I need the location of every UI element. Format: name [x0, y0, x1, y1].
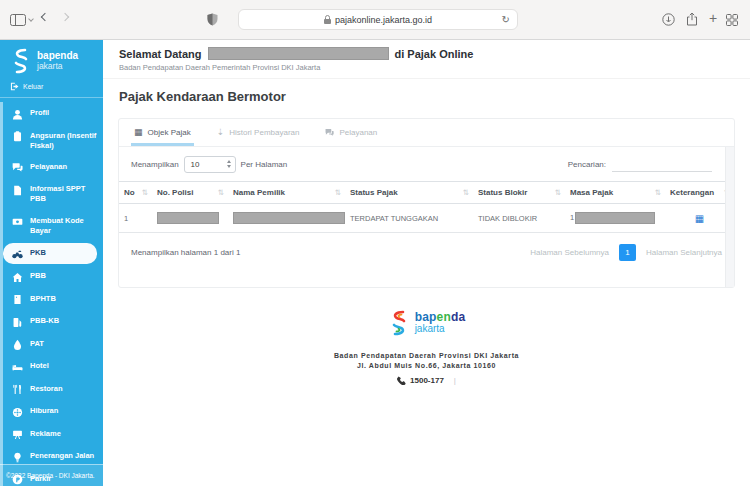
vehicle-table: No⇅ No. Polisi⇅ Nama Pemilik⇅ Status Paj…: [119, 181, 734, 233]
header-masa-pajak[interactable]: Masa Pajak⇅: [565, 182, 665, 204]
pagination-next[interactable]: Halaman Selanjutnya: [646, 248, 722, 257]
browser-toolbar: pajakonline.jakarta.go.id ↻ +: [0, 0, 750, 40]
sidebar-item-informasi-sppt-pbb[interactable]: Informasi SPPT PBB: [0, 179, 103, 209]
sidebar-item-label: Membuat Kode Bayar: [30, 216, 97, 236]
clipboard-icon: [12, 131, 23, 142]
downloads-button[interactable]: [662, 13, 675, 26]
forward-button[interactable]: [62, 14, 68, 20]
tab-label: Objek Pajak: [148, 128, 191, 137]
sidebar-item-restoran[interactable]: Restoran: [0, 379, 103, 401]
screen: pajakonline.jakarta.go.id ↻ + bapenda: [0, 0, 750, 500]
footer-phone: 1500-177 |: [103, 376, 750, 385]
cell-nama-pemilik: [228, 204, 345, 233]
sort-icon: ⇅: [555, 188, 561, 197]
document-icon: [12, 185, 23, 196]
cell-no-polisi: [152, 204, 228, 233]
sidebar-item-label: PKB: [30, 248, 46, 258]
cell-keterangan: ▦: [665, 204, 734, 233]
footer-address: Jl. Abdul Muis No.66, Jakarta 10160: [103, 362, 750, 369]
sort-icon: ⇅: [463, 188, 469, 197]
sidebar-item-label: Pelayanan: [30, 162, 67, 172]
detail-table-icon[interactable]: ▦: [695, 213, 704, 224]
bapenda-logo-icon: [10, 48, 32, 74]
sidebar-item-label: Hiburan: [30, 406, 58, 416]
per-page-prefix: Menampilkan: [131, 160, 179, 169]
sidebar-item-label: Hotel: [30, 361, 49, 371]
table-header-row: No⇅ No. Polisi⇅ Nama Pemilik⇅ Status Paj…: [119, 182, 734, 204]
chevron-down-icon: [28, 16, 34, 22]
sidebar-item-pbb-kb[interactable]: PBB-KB: [0, 311, 103, 333]
sidebar-item-angsuran[interactable]: Angsuran (Insentif Fiskal): [0, 126, 103, 156]
tab-objek-pajak[interactable]: ▦ Objek Pajak: [131, 119, 194, 146]
header-status-pajak[interactable]: Status Pajak⇅: [345, 182, 473, 204]
sidebar-item-bphtb[interactable]: BPHTB: [0, 289, 103, 311]
tab-histori-pembayaran[interactable]: ⇣ Histori Pembayaran: [214, 119, 303, 146]
tab-pelayanan[interactable]: Pelayanan: [322, 119, 380, 146]
per-page-select[interactable]: 10: [184, 156, 236, 173]
sidebar-item-profil[interactable]: Profil: [0, 103, 103, 125]
bed-icon: [12, 362, 23, 373]
footer-separator: |: [454, 376, 456, 385]
share-button[interactable]: [686, 12, 698, 26]
per-page-control: Menampilkan 10 Per Halaman: [131, 156, 287, 173]
sidebar-item-hotel[interactable]: Hotel: [0, 356, 103, 378]
main-content: Selamat Datang di Pajak Online Badan Pen…: [103, 40, 750, 500]
privacy-shield-button[interactable]: [207, 13, 218, 26]
sidebar-item-pelayanan[interactable]: Pelayanan: [0, 157, 103, 179]
sidebar-item-reklame[interactable]: Reklame: [0, 424, 103, 446]
content-card: ▦ Objek Pajak ⇣ Histori Pembayaran Pelay…: [118, 118, 735, 288]
sidebar-header: bapenda jakarta Keluar: [0, 40, 103, 98]
back-button[interactable]: [42, 14, 48, 20]
shield-icon: [207, 13, 218, 26]
redacted-masa-pajak: [575, 212, 655, 224]
pagination-prev[interactable]: Halaman Sebelumnya: [530, 248, 609, 257]
table-controls: Menampilkan 10 Per Halaman Pencarian:: [119, 147, 734, 181]
cell-status-blokir: TIDAK DIBLOKIR: [473, 204, 565, 233]
sidebar: bapenda jakarta Keluar Profil Angsuran (…: [0, 40, 103, 486]
pagination-current[interactable]: 1: [619, 244, 636, 261]
sidebar-item-pbb[interactable]: PBB: [0, 266, 103, 288]
phone-number[interactable]: 1500-177: [410, 376, 444, 385]
sidebar-item-pat[interactable]: PAT: [0, 334, 103, 356]
home-icon: [12, 272, 23, 283]
new-tab-button[interactable]: +: [709, 10, 717, 26]
sidebar-item-membuat-kode-bayar[interactable]: Membuat Kode Bayar: [0, 211, 103, 241]
history-download-icon: ⇣: [217, 127, 225, 137]
header-keterangan[interactable]: Keterangan⇅: [665, 182, 734, 204]
sort-icon: ⇅: [142, 188, 148, 197]
sort-icon: ⇅: [218, 188, 224, 197]
tab-overview-button[interactable]: [726, 14, 738, 26]
share-icon: [686, 12, 698, 26]
address-bar[interactable]: pajakonline.jakarta.go.id ↻: [238, 9, 518, 30]
sidebar-toggle-button[interactable]: [10, 14, 33, 26]
header-no[interactable]: No⇅: [119, 182, 152, 204]
motorcycle-icon: [12, 248, 23, 259]
sidebar-scroll-track[interactable]: [0, 102, 3, 486]
tab-bar: ▦ Objek Pajak ⇣ Histori Pembayaran Pelay…: [119, 119, 734, 147]
sidebar-brand: bapenda jakarta: [10, 48, 95, 74]
search-label: Pencarian:: [568, 160, 606, 169]
search-input[interactable]: [612, 158, 712, 172]
footer-logo: bapenda jakarta: [388, 310, 466, 336]
tab-grid-icon: [726, 14, 738, 26]
reload-button[interactable]: ↻: [502, 14, 510, 25]
cell-no: 1: [119, 204, 152, 233]
user-icon: [12, 109, 23, 120]
table-row: 1 TERDAPAT TUNGGAKAN TIDAK DIBLOKIR 1 ▦: [119, 204, 734, 233]
sort-icon: ⇅: [655, 188, 661, 197]
footer-org: Badan Pendapatan Daerah Provinsi DKI Jak…: [103, 352, 750, 359]
org-subtitle: Badan Pendapatan Daerah Pemerintah Provi…: [119, 63, 734, 72]
sidebar-item-pkb[interactable]: PKB: [3, 243, 97, 265]
header-no-polisi[interactable]: No. Polisi⇅: [152, 182, 228, 204]
sidebar-item-hiburan[interactable]: Hiburan: [0, 401, 103, 423]
header-nama-pemilik[interactable]: Nama Pemilik⇅: [228, 182, 345, 204]
lock-icon: [324, 15, 331, 24]
sidebar-item-label: Profil: [30, 108, 49, 118]
cell-masa-pajak: 1: [565, 204, 665, 233]
masa-pajak-visible: 1: [570, 213, 574, 222]
header-status-blokir[interactable]: Status Blokir⇅: [473, 182, 565, 204]
logout-button[interactable]: Keluar: [10, 82, 95, 91]
tab-label: Pelayanan: [339, 128, 377, 137]
logout-icon: [10, 82, 19, 91]
fuel-pump-icon: [12, 317, 23, 328]
